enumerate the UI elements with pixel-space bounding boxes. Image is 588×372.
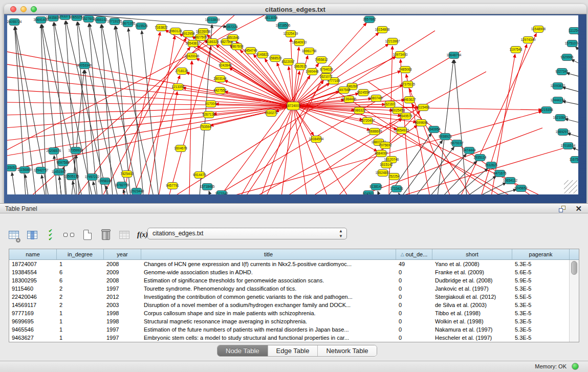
node-label: 16961758 <box>302 49 317 53</box>
black-edge[interactable] <box>102 25 138 194</box>
window-titlebar[interactable]: citations_edges.txt <box>4 4 586 14</box>
node-label: 9827505 <box>194 35 207 39</box>
float-panel-icon[interactable] <box>559 206 565 212</box>
node-label: 1167533 <box>570 158 578 161</box>
new-column-icon[interactable] <box>81 229 94 242</box>
node-label: 15751074 <box>565 41 578 45</box>
node-label: 6794028 <box>320 68 333 71</box>
black-edge[interactable] <box>576 47 578 51</box>
black-edge[interactable] <box>430 154 466 194</box>
red-edge[interactable] <box>7 77 293 106</box>
black-edge[interactable] <box>454 60 467 194</box>
black-edge[interactable] <box>12 172 15 194</box>
black-edge[interactable] <box>378 191 380 194</box>
tab-network-table[interactable]: Network Table <box>318 345 376 356</box>
dropdown-arrows-icon: ▲▼ <box>339 229 343 239</box>
cell: 2012 <box>104 293 141 301</box>
table-row[interactable]: 1938455462009Genome-wide association stu… <box>9 268 579 276</box>
red-edge[interactable] <box>77 47 190 194</box>
black-edge[interactable] <box>562 87 578 92</box>
vertical-scrollbar[interactable] <box>569 260 579 342</box>
node-label: 19218506 <box>276 24 291 27</box>
red-edge[interactable] <box>7 106 293 128</box>
network-graph[interactable]: 2405572430691406169358141093371710653257… <box>7 15 578 194</box>
red-edge[interactable] <box>183 87 293 106</box>
red-edge[interactable] <box>123 32 160 194</box>
black-edge[interactable] <box>73 181 76 194</box>
column-header-in-degree[interactable]: in_degree <box>57 249 104 259</box>
black-edge[interactable] <box>142 31 159 194</box>
red-edge[interactable] <box>293 106 348 194</box>
black-edge[interactable] <box>399 193 400 194</box>
table-row[interactable]: 2242004622012Investigating the contribut… <box>9 293 579 301</box>
black-edge[interactable] <box>209 191 211 194</box>
cell: 1997 <box>104 285 141 293</box>
red-edge[interactable] <box>189 61 192 194</box>
node-label: 16210643 <box>553 116 568 119</box>
table-row[interactable]: 911546021997Tourette syndrome. Phenomeno… <box>9 285 579 293</box>
black-edge[interactable] <box>77 22 90 194</box>
table-row[interactable]: 1830029562008Estimation of significance … <box>9 276 579 285</box>
row-options-icon[interactable] <box>62 229 75 242</box>
node-label: 1733426 <box>390 187 403 190</box>
black-edge[interactable] <box>89 24 102 194</box>
scrollbar-thumb[interactable] <box>571 261 577 275</box>
node-label: 17957222 <box>85 175 100 179</box>
node-label: 9242848 <box>219 63 232 67</box>
red-edge[interactable] <box>406 74 430 194</box>
red-edge[interactable] <box>293 106 328 194</box>
node-label: 11548908 <box>531 27 546 31</box>
node-label: 7163822 <box>155 26 168 29</box>
column-header-title[interactable]: title <box>141 249 396 259</box>
column-header-name[interactable]: name <box>9 249 57 259</box>
black-edge[interactable] <box>115 26 130 194</box>
table-row[interactable]: 1456911722003Disruption of a novel membe… <box>9 301 579 309</box>
delete-column-icon[interactable] <box>99 229 112 242</box>
node-label: 753594 <box>200 125 211 128</box>
sort-ascending-icon: △ <box>401 252 404 257</box>
resize-grip-icon[interactable] <box>564 180 577 193</box>
node-label: 18226058 <box>196 30 211 33</box>
node-label: 9457791 <box>166 184 179 187</box>
table-row[interactable]: 977716911998Corpus callosum shape and si… <box>9 309 579 317</box>
black-edge[interactable] <box>571 59 578 64</box>
column-header-year[interactable]: year <box>104 249 141 259</box>
red-edge[interactable] <box>401 59 409 194</box>
table-row[interactable]: 969969511998Structural magnetic resonanc… <box>9 317 579 325</box>
node-label: 2867608 <box>230 45 244 48</box>
table-row[interactable]: 946554611997Estimation of the future num… <box>9 325 579 334</box>
node-label: 111254 <box>569 29 578 32</box>
black-edge[interactable] <box>568 134 578 137</box>
close-panel-icon[interactable]: ✕ <box>575 204 582 213</box>
column-header-out-de-[interactable]: △out_de... <box>396 249 432 259</box>
node-label: 8912954 <box>182 32 195 35</box>
cell: 1 <box>57 317 104 325</box>
black-edge[interactable] <box>101 25 113 194</box>
black-edge[interactable] <box>41 175 45 194</box>
black-edge[interactable] <box>200 25 212 194</box>
tab-edge-table[interactable]: Edge Table <box>268 345 318 356</box>
red-edge[interactable] <box>102 38 186 194</box>
column-header-pagerank[interactable]: pagerank <box>512 249 570 259</box>
black-edge[interactable] <box>59 177 61 194</box>
node-label: 1197543 <box>510 48 522 51</box>
node-label: 19892971 <box>556 130 571 134</box>
table-selector-dropdown[interactable]: citations_edges.txt ▲▼ <box>147 228 347 239</box>
red-edge[interactable] <box>281 106 293 194</box>
node-label: 5267130 <box>202 113 215 116</box>
table-row[interactable]: 1872400712008Changes of HCN gene express… <box>9 260 579 268</box>
black-edge[interactable] <box>66 21 77 194</box>
tab-node-table[interactable]: Node Table <box>217 345 268 356</box>
network-canvas[interactable]: 2405572430691406169358141093371710653257… <box>7 15 578 194</box>
black-edge[interactable] <box>565 119 578 123</box>
black-edge[interactable] <box>25 174 28 194</box>
table-mode-icon[interactable] <box>7 229 20 242</box>
select-rows-icon[interactable]: ✔✔✔ <box>44 229 57 242</box>
cell: de Silva et al. (2003) <box>432 301 512 309</box>
black-edge[interactable] <box>567 73 578 77</box>
black-edge[interactable] <box>66 21 107 194</box>
column-header-short[interactable]: short <box>432 249 512 259</box>
table-row[interactable]: 946362711997Embryonic stem cells: a mode… <box>9 334 579 342</box>
column-visibility-icon[interactable] <box>26 229 38 242</box>
cell: Corpus callosum shape and size in male p… <box>141 309 396 317</box>
